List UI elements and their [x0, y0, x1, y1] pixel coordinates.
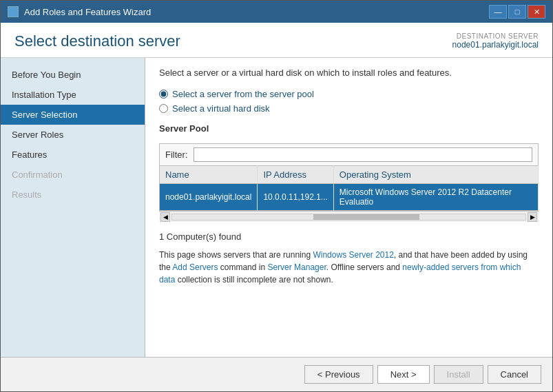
server-pool-container: Filter: Name IP Address Operating System	[159, 143, 539, 222]
content-area: Select a server or a virtual hard disk o…	[145, 58, 552, 357]
col-ip: IP Address	[258, 166, 333, 184]
highlight-add-servers: Add Servers	[172, 262, 218, 272]
title-bar: Add Roles and Features Wizard — □ ✕	[1, 1, 552, 23]
maximize-button[interactable]: □	[508, 5, 526, 19]
cell-ip: 10.0.0.11,192.1...	[258, 184, 333, 211]
sidebar-item-server-selection[interactable]: Server Selection	[1, 105, 145, 125]
radio-server-pool[interactable]: Select a server from the server pool	[159, 89, 539, 99]
scroll-right-arrow[interactable]: ▶	[528, 212, 537, 222]
server-table: Name IP Address Operating System node01.…	[159, 165, 539, 211]
table-row[interactable]: node01.parlakyigit.local 10.0.0.11,192.1…	[160, 184, 539, 211]
server-pool-label: Server Pool	[159, 123, 539, 134]
scroll-track[interactable]	[171, 214, 526, 220]
sidebar-item-features[interactable]: Features	[1, 145, 145, 165]
col-name: Name	[160, 166, 258, 184]
radio-server-pool-input[interactable]	[159, 90, 168, 99]
window-title: Add Roles and Features Wizard	[24, 7, 151, 17]
sidebar-item-results: Results	[1, 185, 145, 205]
table-header-row: Name IP Address Operating System	[160, 166, 539, 184]
filter-label: Filter:	[165, 149, 188, 160]
dest-server-name: node01.parlakyigit.local	[452, 40, 539, 50]
horizontal-scrollbar[interactable]: ◀ ▶	[159, 211, 539, 222]
highlight-server-manager: Server Manager	[267, 262, 326, 272]
app-icon	[8, 6, 19, 17]
page-title: Select destination server	[14, 32, 180, 50]
window-controls: — □ ✕	[489, 5, 545, 19]
scroll-left-arrow[interactable]: ◀	[160, 212, 170, 222]
radio-vhd-input[interactable]	[159, 104, 168, 113]
info-text: This page shows servers that are running…	[159, 249, 539, 286]
install-button[interactable]: Install	[434, 365, 483, 384]
filter-input[interactable]	[194, 147, 533, 162]
footer: < Previous Next > Install Cancel	[1, 357, 552, 391]
dest-server-label: DESTINATION SERVER	[452, 32, 539, 40]
cell-os: Microsoft Windows Server 2012 R2 Datacen…	[333, 184, 538, 211]
radio-group: Select a server from the server pool Sel…	[159, 89, 539, 114]
sidebar: Before You Begin Installation Type Serve…	[1, 58, 145, 357]
main-window: Add Roles and Features Wizard — □ ✕ Sele…	[0, 0, 553, 392]
page-header: Select destination server DESTINATION SE…	[1, 23, 552, 58]
previous-button[interactable]: < Previous	[304, 365, 373, 384]
main-content: Before You Begin Installation Type Serve…	[1, 58, 552, 357]
destination-server-info: DESTINATION SERVER node01.parlakyigit.lo…	[452, 32, 539, 50]
scroll-thumb	[313, 214, 419, 220]
sidebar-item-installation-type[interactable]: Installation Type	[1, 85, 145, 105]
col-os: Operating System	[333, 166, 538, 184]
next-button[interactable]: Next >	[377, 365, 430, 384]
filter-row: Filter:	[159, 143, 539, 165]
sidebar-item-server-roles[interactable]: Server Roles	[1, 125, 145, 145]
instruction-text: Select a server or a virtual hard disk o…	[159, 68, 539, 78]
minimize-button[interactable]: —	[489, 5, 507, 19]
close-button[interactable]: ✕	[528, 5, 545, 19]
table-scroll-area[interactable]: Name IP Address Operating System node01.…	[159, 165, 539, 211]
cell-name: node01.parlakyigit.local	[160, 184, 258, 211]
found-text: 1 Computer(s) found	[159, 231, 539, 242]
sidebar-item-before-you-begin[interactable]: Before You Begin	[1, 65, 145, 85]
sidebar-item-confirmation: Confirmation	[1, 165, 145, 185]
highlight-ws2012: Windows Server 2012	[313, 250, 393, 260]
cancel-button[interactable]: Cancel	[488, 365, 541, 384]
radio-vhd[interactable]: Select a virtual hard disk	[159, 103, 539, 114]
